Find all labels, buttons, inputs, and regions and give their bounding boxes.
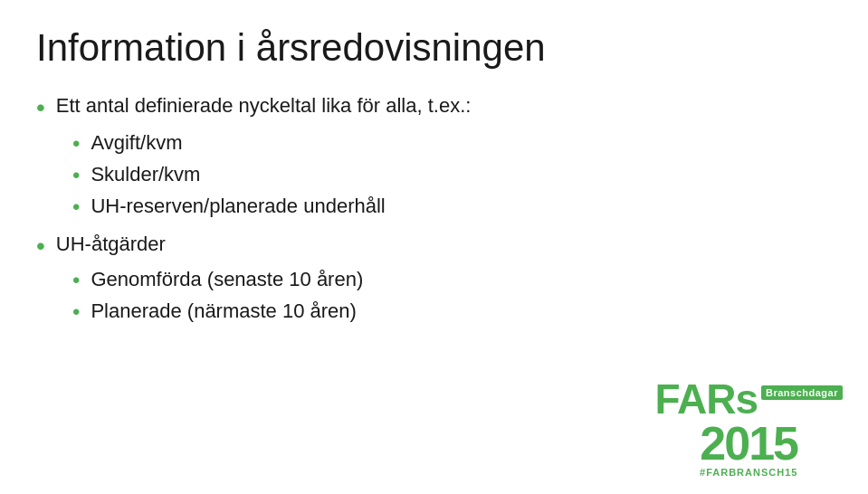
list-item: • Genomförda (senaste 10 åren) (72, 268, 832, 294)
sub-bullet-3: • (72, 195, 80, 221)
sub-list-2: • Genomförda (senaste 10 åren) • Planera… (72, 268, 832, 326)
logo-hashtag: #FARBRANSCH15 (700, 467, 797, 478)
sub-item-planerade: Planerade (närmaste 10 åren) (91, 299, 357, 323)
sub-item-skulder: Skulder/kvm (91, 163, 200, 186)
sub-bullet-1: • (72, 131, 80, 157)
list-item: • UH-reserven/planerade underhåll (72, 195, 832, 221)
bullet-item-2: • UH-åtgärder (36, 233, 832, 261)
logo-branschdagar: Branschdagar (761, 385, 843, 400)
bullet-dot-2: • (36, 233, 45, 261)
logo-row1: FARs Branschdagar (654, 378, 843, 420)
sub-bullet-2: • (72, 163, 80, 189)
bullet-item-2-text: UH-åtgärder (56, 233, 166, 256)
logo-year: 2015 (700, 420, 797, 467)
bullet-dot-1: • (36, 94, 45, 122)
bullet-item-1-text: Ett antal definierade nyckeltal lika för… (56, 94, 472, 118)
list-item: • Planerade (närmaste 10 åren) (72, 299, 832, 326)
sub-item-uh-reserven: UH-reserven/planerade underhåll (91, 195, 385, 218)
sub-item-avgift: Avgift/kvm (91, 131, 182, 155)
list-item: • Skulder/kvm (72, 163, 832, 189)
sub-bullet-5: • (72, 299, 80, 326)
page-title: Information i årsredovisningen (36, 27, 832, 69)
logo-fars-text: FARs (654, 378, 758, 420)
sub-bullet-4: • (72, 268, 80, 294)
uh-section: • UH-åtgärder • Genomförda (senaste 10 å… (36, 233, 832, 325)
logo-container: FARs Branschdagar 2015 #FARBRANSCH15 (654, 378, 843, 478)
sub-list-1: • Avgift/kvm • Skulder/kvm • UH-reserven… (72, 131, 832, 220)
sub-item-genomforda: Genomförda (senaste 10 åren) (91, 268, 363, 291)
list-item: • Avgift/kvm (72, 131, 832, 157)
main-content: Information i årsredovisningen • Ett ant… (0, 0, 868, 366)
bullet-item-1: • Ett antal definierade nyckeltal lika f… (36, 94, 832, 122)
